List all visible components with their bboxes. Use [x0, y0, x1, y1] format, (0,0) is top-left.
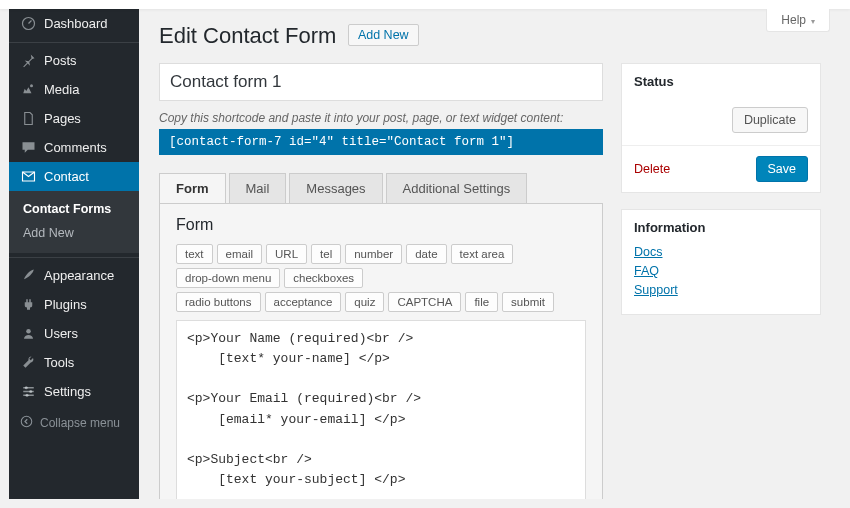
tab-form[interactable]: Form: [159, 173, 226, 203]
tag-CAPTCHA[interactable]: CAPTCHA: [388, 292, 461, 312]
admin-sidebar: Dashboard Posts Media Pages Comments Con…: [9, 9, 139, 499]
tag-radio-buttons[interactable]: radio buttons: [176, 292, 261, 312]
plug-icon: [19, 297, 37, 312]
sidebar-item-users[interactable]: Users: [9, 319, 139, 348]
brush-icon: [19, 268, 37, 283]
form-panel: Form textemailURLtelnumberdatetext aread…: [159, 203, 603, 499]
page-title: Edit Contact Form: [159, 23, 336, 49]
sidebar-item-posts[interactable]: Posts: [9, 42, 139, 75]
svg-point-2: [26, 329, 31, 334]
svg-point-6: [24, 386, 27, 389]
tag-submit[interactable]: submit: [502, 292, 554, 312]
svg-point-8: [25, 394, 28, 397]
tab-additional-settings[interactable]: Additional Settings: [386, 173, 528, 203]
save-button[interactable]: Save: [756, 156, 809, 182]
sidebar-label: Media: [44, 82, 79, 97]
info-link-faq[interactable]: FAQ: [634, 264, 808, 278]
sidebar-label: Posts: [44, 53, 77, 68]
tabs: Form Mail Messages Additional Settings: [159, 173, 603, 203]
collapse-menu[interactable]: Collapse menu: [9, 406, 139, 440]
tag-tel[interactable]: tel: [311, 244, 341, 264]
mail-icon: [19, 169, 37, 184]
sidebar-label: Tools: [44, 355, 74, 370]
tag-date[interactable]: date: [406, 244, 446, 264]
collapse-label: Collapse menu: [40, 416, 120, 430]
wrench-icon: [19, 355, 37, 370]
comment-icon: [19, 140, 37, 155]
sidebar-item-pages[interactable]: Pages: [9, 104, 139, 133]
svg-point-9: [21, 416, 32, 427]
sidebar-item-plugins[interactable]: Plugins: [9, 290, 139, 319]
sidebar-item-comments[interactable]: Comments: [9, 133, 139, 162]
shortcode-hint: Copy this shortcode and paste it into yo…: [159, 111, 603, 125]
help-tab[interactable]: Help: [766, 9, 830, 32]
pin-icon: [19, 53, 37, 68]
tag-checkboxes[interactable]: checkboxes: [284, 268, 363, 288]
form-code-textarea[interactable]: <p>Your Name (required)<br /> [text* you…: [176, 320, 586, 499]
media-icon: [19, 82, 37, 97]
dashboard-icon: [19, 16, 37, 31]
sidebar-item-appearance[interactable]: Appearance: [9, 257, 139, 290]
tab-messages[interactable]: Messages: [289, 173, 382, 203]
sidebar-label: Appearance: [44, 268, 114, 283]
page-icon: [19, 111, 37, 126]
tag-drop-down-menu[interactable]: drop-down menu: [176, 268, 280, 288]
tag-text[interactable]: text: [176, 244, 213, 264]
sidebar-label: Users: [44, 326, 78, 341]
duplicate-button[interactable]: Duplicate: [732, 107, 808, 133]
sidebar-label: Pages: [44, 111, 81, 126]
svg-point-7: [29, 390, 32, 393]
settings-icon: [19, 384, 37, 399]
tag-quiz[interactable]: quiz: [345, 292, 384, 312]
user-icon: [19, 326, 37, 341]
sidebar-item-contact[interactable]: Contact: [9, 162, 139, 191]
panel-heading: Form: [176, 216, 586, 234]
collapse-icon: [19, 414, 34, 432]
sidebar-item-dashboard[interactable]: Dashboard: [9, 9, 139, 38]
form-title-input[interactable]: [159, 63, 603, 101]
sidebar-label: Dashboard: [44, 16, 108, 31]
sidebar-label: Plugins: [44, 297, 87, 312]
tag-acceptance[interactable]: acceptance: [265, 292, 342, 312]
submenu-contact-forms[interactable]: Contact Forms: [9, 197, 139, 221]
information-box: Information DocsFAQSupport: [621, 209, 821, 315]
sidebar-label: Comments: [44, 140, 107, 155]
sidebar-label: Settings: [44, 384, 91, 399]
submenu-add-new[interactable]: Add New: [9, 221, 139, 245]
status-box: Status Duplicate Delete Save: [621, 63, 821, 193]
info-heading: Information: [634, 220, 808, 235]
svg-point-1: [30, 84, 33, 87]
sidebar-label: Contact: [44, 169, 89, 184]
delete-link[interactable]: Delete: [634, 162, 670, 176]
tab-mail[interactable]: Mail: [229, 173, 287, 203]
sidebar-item-settings[interactable]: Settings: [9, 377, 139, 406]
tag-text-area[interactable]: text area: [451, 244, 514, 264]
shortcode-box[interactable]: [contact-form-7 id="4" title="Contact fo…: [159, 129, 603, 155]
sidebar-item-media[interactable]: Media: [9, 75, 139, 104]
tag-file[interactable]: file: [465, 292, 498, 312]
tag-email[interactable]: email: [217, 244, 262, 264]
info-link-support[interactable]: Support: [634, 283, 808, 297]
info-link-docs[interactable]: Docs: [634, 245, 808, 259]
tag-number[interactable]: number: [345, 244, 402, 264]
tag-URL[interactable]: URL: [266, 244, 307, 264]
status-heading: Status: [634, 74, 808, 89]
add-new-button[interactable]: Add New: [348, 24, 419, 46]
sidebar-submenu: Contact Forms Add New: [9, 191, 139, 253]
sidebar-item-tools[interactable]: Tools: [9, 348, 139, 377]
